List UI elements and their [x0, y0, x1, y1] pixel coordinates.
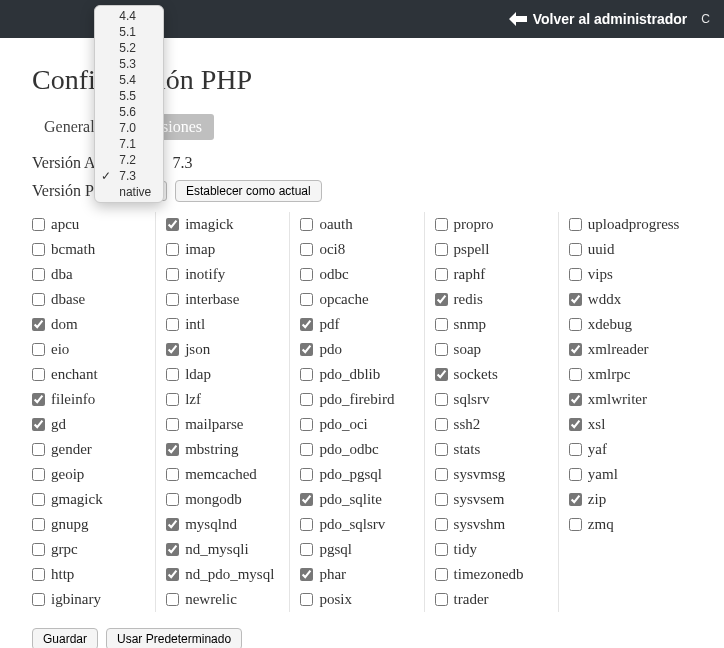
ext-pdo_dblib[interactable]: pdo_dblib [300, 362, 417, 387]
ext-gmagick-checkbox[interactable] [32, 493, 45, 506]
ext-pdo-checkbox[interactable] [300, 343, 313, 356]
ext-enchant-checkbox[interactable] [32, 368, 45, 381]
ext-imap-checkbox[interactable] [166, 243, 179, 256]
ext-imagick[interactable]: imagick [166, 212, 283, 237]
ext-igbinary-checkbox[interactable] [32, 593, 45, 606]
ext-gd[interactable]: gd [32, 412, 149, 437]
php-version-option-5.3[interactable]: 5.3 [95, 56, 163, 72]
ext-posix-checkbox[interactable] [300, 593, 313, 606]
ext-stats[interactable]: stats [435, 437, 552, 462]
ext-posix[interactable]: posix [300, 587, 417, 612]
ext-sockets-checkbox[interactable] [435, 368, 448, 381]
ext-mbstring-checkbox[interactable] [166, 443, 179, 456]
ext-interbase[interactable]: interbase [166, 287, 283, 312]
ext-pgsql[interactable]: pgsql [300, 537, 417, 562]
ext-pdo_pgsql[interactable]: pdo_pgsql [300, 462, 417, 487]
ext-json-checkbox[interactable] [166, 343, 179, 356]
ext-trader[interactable]: trader [435, 587, 552, 612]
ext-ssh2[interactable]: ssh2 [435, 412, 552, 437]
ext-pdo_sqlsrv-checkbox[interactable] [300, 518, 313, 531]
ext-grpc-checkbox[interactable] [32, 543, 45, 556]
ext-timezonedb-checkbox[interactable] [435, 568, 448, 581]
ext-pdo_firebird-checkbox[interactable] [300, 393, 313, 406]
php-version-dropdown[interactable]: 4.45.15.25.35.45.55.67.07.17.27.3native [94, 5, 164, 203]
ext-zmq-checkbox[interactable] [569, 518, 582, 531]
ext-opcache[interactable]: opcache [300, 287, 417, 312]
ext-apcu-checkbox[interactable] [32, 218, 45, 231]
ext-vips-checkbox[interactable] [569, 268, 582, 281]
ext-wddx-checkbox[interactable] [569, 293, 582, 306]
ext-xmlrpc[interactable]: xmlrpc [569, 362, 686, 387]
php-version-option-7.3[interactable]: 7.3 [95, 168, 163, 184]
ext-intl-checkbox[interactable] [166, 318, 179, 331]
ext-imap[interactable]: imap [166, 237, 283, 262]
ext-uuid-checkbox[interactable] [569, 243, 582, 256]
ext-dbase[interactable]: dbase [32, 287, 149, 312]
ext-sysvmsg[interactable]: sysvmsg [435, 462, 552, 487]
ext-sqlsrv-checkbox[interactable] [435, 393, 448, 406]
ext-propro[interactable]: propro [435, 212, 552, 237]
ext-memcached-checkbox[interactable] [166, 468, 179, 481]
ext-eio[interactable]: eio [32, 337, 149, 362]
ext-ldap-checkbox[interactable] [166, 368, 179, 381]
ext-inotify[interactable]: inotify [166, 262, 283, 287]
ext-raphf[interactable]: raphf [435, 262, 552, 287]
ext-odbc-checkbox[interactable] [300, 268, 313, 281]
ext-phar-checkbox[interactable] [300, 568, 313, 581]
ext-tidy-checkbox[interactable] [435, 543, 448, 556]
ext-mailparse-checkbox[interactable] [166, 418, 179, 431]
ext-dom[interactable]: dom [32, 312, 149, 337]
ext-propro-checkbox[interactable] [435, 218, 448, 231]
ext-mbstring[interactable]: mbstring [166, 437, 283, 462]
ext-xmlreader-checkbox[interactable] [569, 343, 582, 356]
php-version-option-5.4[interactable]: 5.4 [95, 72, 163, 88]
ext-http-checkbox[interactable] [32, 568, 45, 581]
ext-xsl[interactable]: xsl [569, 412, 686, 437]
ext-ldap[interactable]: ldap [166, 362, 283, 387]
ext-uploadprogress-checkbox[interactable] [569, 218, 582, 231]
ext-tidy[interactable]: tidy [435, 537, 552, 562]
php-version-option-5.5[interactable]: 5.5 [95, 88, 163, 104]
ext-fileinfo-checkbox[interactable] [32, 393, 45, 406]
ext-gnupg-checkbox[interactable] [32, 518, 45, 531]
ext-gnupg[interactable]: gnupg [32, 512, 149, 537]
php-version-option-7.0[interactable]: 7.0 [95, 120, 163, 136]
ext-snmp[interactable]: snmp [435, 312, 552, 337]
ext-oci8[interactable]: oci8 [300, 237, 417, 262]
ext-gd-checkbox[interactable] [32, 418, 45, 431]
php-version-option-4.4[interactable]: 4.4 [95, 8, 163, 24]
ext-enchant[interactable]: enchant [32, 362, 149, 387]
ext-dom-checkbox[interactable] [32, 318, 45, 331]
php-version-option-7.2[interactable]: 7.2 [95, 152, 163, 168]
ext-sockets[interactable]: sockets [435, 362, 552, 387]
ext-xmlreader[interactable]: xmlreader [569, 337, 686, 362]
ext-trader-checkbox[interactable] [435, 593, 448, 606]
ext-pdo_sqlite[interactable]: pdo_sqlite [300, 487, 417, 512]
ext-pdo_odbc-checkbox[interactable] [300, 443, 313, 456]
ext-odbc[interactable]: odbc [300, 262, 417, 287]
ext-pspell-checkbox[interactable] [435, 243, 448, 256]
ext-phar[interactable]: phar [300, 562, 417, 587]
ext-pgsql-checkbox[interactable] [300, 543, 313, 556]
php-version-option-5.1[interactable]: 5.1 [95, 24, 163, 40]
ext-vips[interactable]: vips [569, 262, 686, 287]
ext-nd_pdo_mysql-checkbox[interactable] [166, 568, 179, 581]
ext-mongodb-checkbox[interactable] [166, 493, 179, 506]
ext-lzf-checkbox[interactable] [166, 393, 179, 406]
ext-xdebug[interactable]: xdebug [569, 312, 686, 337]
ext-imagick-checkbox[interactable] [166, 218, 179, 231]
save-button[interactable]: Guardar [32, 628, 98, 648]
ext-geoip-checkbox[interactable] [32, 468, 45, 481]
ext-wddx[interactable]: wddx [569, 287, 686, 312]
ext-lzf[interactable]: lzf [166, 387, 283, 412]
ext-redis[interactable]: redis [435, 287, 552, 312]
ext-nd_mysqli-checkbox[interactable] [166, 543, 179, 556]
ext-dba-checkbox[interactable] [32, 268, 45, 281]
ext-oci8-checkbox[interactable] [300, 243, 313, 256]
ext-uploadprogress[interactable]: uploadprogress [569, 212, 686, 237]
ext-gmagick[interactable]: gmagick [32, 487, 149, 512]
ext-yaml-checkbox[interactable] [569, 468, 582, 481]
ext-eio-checkbox[interactable] [32, 343, 45, 356]
ext-geoip[interactable]: geoip [32, 462, 149, 487]
ext-ssh2-checkbox[interactable] [435, 418, 448, 431]
